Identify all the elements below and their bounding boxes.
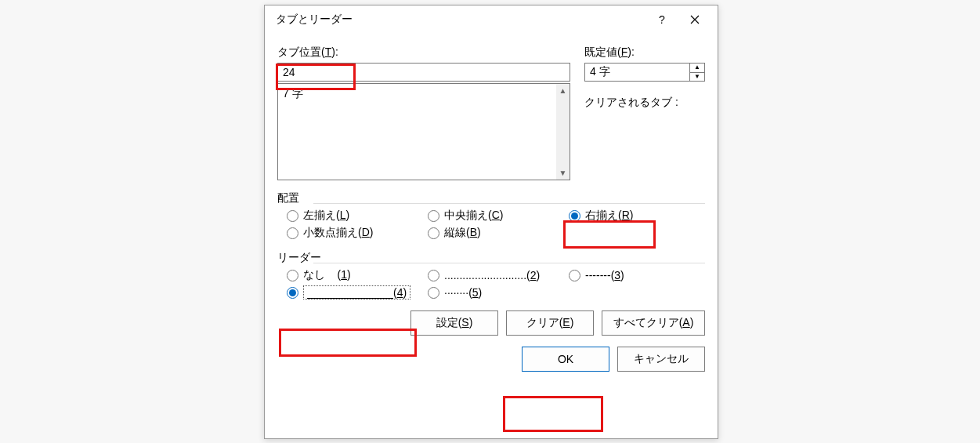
align-decimal-radio[interactable]: 小数点揃え(D) — [287, 226, 428, 240]
tab-position-list[interactable]: 7 字 ▲▼ — [277, 83, 570, 180]
close-button[interactable] — [678, 8, 711, 31]
align-bar-radio[interactable]: 縦線(B) — [428, 226, 569, 240]
tabs-dialog: タブとリーダー ? タブ位置(T): 7 字 ▲▼ 既定値(F): — [264, 5, 718, 439]
ok-button[interactable]: OK — [522, 347, 609, 372]
default-label: 既定値(F): — [584, 45, 705, 60]
scroll-down-icon: ▼ — [559, 169, 567, 177]
leader-2-radio[interactable]: ...........................(2) — [428, 268, 569, 282]
tab-position-input[interactable] — [277, 63, 570, 82]
leader-4-line — [307, 289, 393, 299]
titlebar: タブとリーダー ? — [265, 5, 718, 34]
align-left-radio[interactable]: 左揃え(L) — [287, 209, 428, 223]
spin-up-icon: ▲ — [690, 64, 704, 73]
help-button[interactable]: ? — [645, 8, 678, 31]
spin-down-icon: ▼ — [690, 73, 704, 82]
tab-position-label: タブ位置(T): — [277, 45, 570, 60]
align-center-radio[interactable]: 中央揃え(C) — [428, 209, 569, 223]
list-item[interactable]: 7 字 — [283, 87, 565, 101]
leader-4-radio[interactable]: (4) — [287, 285, 428, 300]
default-input[interactable] — [584, 63, 689, 82]
leader-3-radio[interactable]: -------(3) — [569, 268, 624, 282]
close-icon — [690, 15, 700, 24]
clear-all-button[interactable]: すべてクリア(A) — [602, 310, 705, 336]
scroll-up-icon: ▲ — [559, 86, 567, 95]
cancel-button[interactable]: キャンセル — [617, 347, 705, 372]
leader-5-radio[interactable]: ········(5) — [428, 285, 569, 300]
scrollbar[interactable]: ▲▼ — [556, 84, 570, 180]
default-spinner[interactable]: ▲▼ — [689, 63, 705, 82]
set-button[interactable]: 設定(S) — [410, 310, 498, 336]
clear-button[interactable]: クリア(E) — [506, 310, 594, 336]
cleared-tabs-label: クリアされるタブ : — [584, 96, 705, 110]
highlight-box — [503, 396, 603, 432]
leader-none-radio[interactable]: なし (1) — [287, 268, 428, 282]
dialog-title: タブとリーダー — [276, 13, 645, 27]
align-right-radio[interactable]: 右揃え(R) — [569, 209, 710, 223]
